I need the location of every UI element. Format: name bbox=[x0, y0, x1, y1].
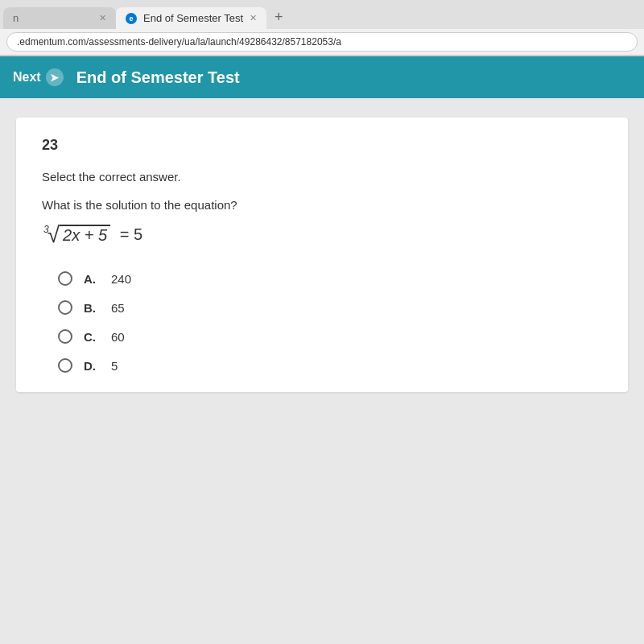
option-value-a: 240 bbox=[111, 272, 131, 286]
next-arrow-icon: ➤ bbox=[46, 68, 64, 86]
option-label-b: B. bbox=[84, 301, 100, 315]
option-label-c: C. bbox=[84, 330, 100, 344]
new-tab-button[interactable]: + bbox=[266, 5, 291, 29]
radio-a[interactable] bbox=[58, 271, 72, 286]
tab-label-2: End of Semester Test bbox=[143, 12, 243, 24]
question-card: 23 Select the correct answer. What is th… bbox=[16, 118, 628, 392]
option-value-d: 5 bbox=[111, 359, 118, 373]
option-label-d: D. bbox=[84, 359, 100, 373]
equals-sign: = 5 bbox=[115, 225, 142, 244]
radio-d[interactable] bbox=[58, 358, 72, 373]
option-d[interactable]: D. 5 bbox=[58, 358, 602, 373]
radicand: 2x + 5 bbox=[60, 225, 110, 245]
option-a[interactable]: A. 240 bbox=[58, 271, 602, 286]
option-value-b: 65 bbox=[111, 301, 125, 315]
address-bar[interactable]: .edmentum.com/assessments-delivery/ua/la… bbox=[6, 32, 638, 52]
address-bar-row: .edmentum.com/assessments-delivery/ua/la… bbox=[0, 29, 644, 56]
radio-c[interactable] bbox=[58, 329, 72, 344]
content-area: 23 Select the correct answer. What is th… bbox=[0, 98, 644, 644]
browser-chrome: n ✕ e End of Semester Test ✕ + .edmentum… bbox=[0, 0, 644, 56]
tab-active[interactable]: e End of Semester Test ✕ bbox=[116, 7, 266, 29]
option-label-a: A. bbox=[84, 272, 100, 286]
tab-favicon-edge: e bbox=[126, 13, 137, 24]
tab-bar: n ✕ e End of Semester Test ✕ + bbox=[0, 0, 644, 29]
question-text: What is the solution to the equation? bbox=[42, 198, 602, 212]
option-value-c: 60 bbox=[111, 330, 125, 344]
next-button[interactable]: Next ➤ bbox=[13, 68, 64, 86]
tab-label-1: n bbox=[13, 12, 19, 24]
question-instruction: Select the correct answer. bbox=[42, 170, 602, 184]
answer-options: A. 240 B. 65 C. 60 D. 5 bbox=[58, 271, 602, 373]
question-number: 23 bbox=[42, 137, 602, 154]
page-title: End of Semester Test bbox=[76, 68, 240, 87]
equation-display: 3√2x + 5 = 5 bbox=[42, 223, 602, 246]
option-c[interactable]: C. 60 bbox=[58, 329, 602, 344]
tab-close-1[interactable]: ✕ bbox=[99, 13, 106, 23]
cube-root-symbol: 3√2x + 5 bbox=[42, 223, 110, 246]
tab-inactive-1[interactable]: n ✕ bbox=[3, 7, 116, 29]
tab-close-2[interactable]: ✕ bbox=[250, 13, 257, 23]
radical-sign: √ bbox=[47, 224, 60, 246]
next-label: Next bbox=[13, 70, 41, 85]
option-b[interactable]: B. 65 bbox=[58, 300, 602, 315]
app-header: Next ➤ End of Semester Test bbox=[0, 56, 644, 98]
radio-b[interactable] bbox=[58, 300, 72, 315]
